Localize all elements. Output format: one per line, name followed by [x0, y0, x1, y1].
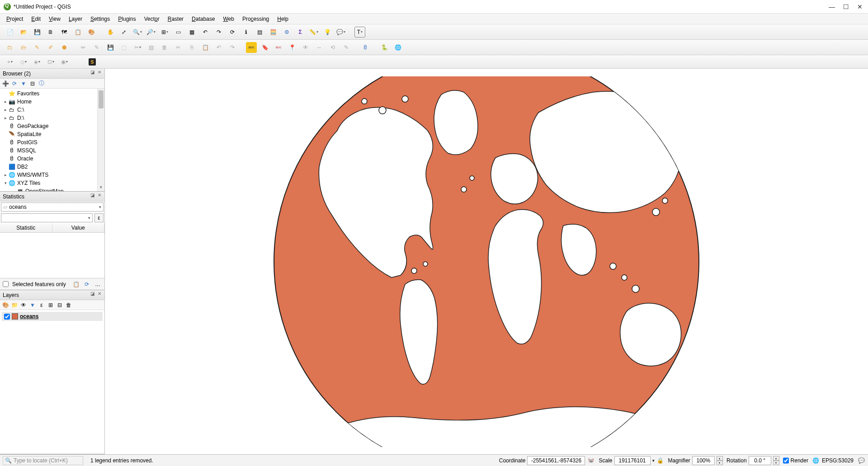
text-annotation-button[interactable]: T [354, 27, 365, 38]
new-project-button[interactable]: 📄 [5, 27, 15, 38]
snap-type-button[interactable]: ◈ [32, 56, 42, 67]
stats-close-icon[interactable]: ✕ [96, 193, 103, 198]
refresh-button[interactable]: ⟳ [227, 27, 238, 38]
browser-item-wmswmts[interactable]: ▸🌐WMS/WMTS [0, 171, 104, 179]
browser-item-openstreetmap[interactable]: ▦OpenStreetMap [0, 187, 104, 191]
browser-item-mssql[interactable]: 🛢MSSQL [0, 146, 104, 155]
measure-button[interactable]: 📏 [308, 27, 319, 38]
stats-col-value[interactable]: Value [52, 223, 105, 232]
stats-refresh-icon[interactable]: ⟳ [83, 280, 91, 288]
pin-label-button[interactable]: 📍 [287, 42, 297, 53]
stats-field-select[interactable]: ▾ [1, 213, 93, 222]
save-project-button[interactable]: 💾 [32, 27, 42, 38]
layers-panel-header[interactable]: Layers ◪✕ [0, 290, 104, 300]
open-project-button[interactable]: 📂 [18, 27, 29, 38]
trash-button[interactable]: 🗑 [159, 42, 170, 53]
magnifier-input[interactable] [692, 456, 715, 465]
scale-dropdown-icon[interactable]: ▾ [652, 458, 655, 463]
browser-tree[interactable]: ⭐Favorites▸📷Home▸🗀C:\▸🗀D:\🛢GeoPackage🪶Sp… [0, 89, 104, 191]
browser-item-home[interactable]: ▸📷Home [0, 98, 104, 106]
menu-plugins[interactable]: Plugins [114, 15, 139, 23]
statistics-panel-header[interactable]: Statistics ◪✕ [0, 192, 104, 202]
extents-toggle-icon[interactable]: 🐭 [587, 457, 595, 465]
layout-manager-button[interactable]: 📋 [72, 27, 83, 38]
crs-field[interactable]: 🌐 EPSG:53029 [812, 457, 854, 465]
layer-add-group-icon[interactable]: 📁 [11, 301, 18, 309]
zoom-selection-button[interactable]: ▭ [173, 27, 184, 38]
snap-layer-button[interactable]: ◇ [18, 56, 29, 67]
stats-options-icon[interactable]: … [94, 280, 102, 288]
coordinate-input[interactable] [527, 456, 585, 465]
layers-tree[interactable]: oceans [0, 310, 104, 454]
maximize-button[interactable]: ☐ [843, 3, 849, 10]
snap-settings-button[interactable]: ⌖ [5, 56, 15, 67]
browser-item-xyz tiles[interactable]: ▾🌐XYZ Tiles [0, 179, 104, 187]
minimize-button[interactable]: — [829, 3, 835, 10]
zoom-full-button[interactable]: ⊞ [159, 27, 170, 38]
browser-close-icon[interactable]: ✕ [96, 70, 103, 75]
browser-collapse-icon[interactable]: ⊟ [29, 80, 36, 87]
layer-oceans-checkbox[interactable] [4, 314, 10, 320]
layer-visibility-icon[interactable]: 👁 [20, 301, 27, 309]
expression-button[interactable]: ε [94, 213, 104, 222]
layers-close-icon[interactable]: ✕ [96, 291, 103, 296]
browser-refresh-icon[interactable]: ⟳ [11, 80, 18, 87]
pan-button[interactable]: ✋ [105, 27, 116, 38]
menu-raster[interactable]: Raster [164, 15, 187, 23]
browser-properties-icon[interactable]: ⓘ [38, 80, 45, 87]
layer-expr-icon[interactable]: ε [38, 301, 45, 309]
stats-sigma-button[interactable]: Σ [295, 27, 306, 38]
menu-layer[interactable]: Layer [65, 15, 86, 23]
menu-edit[interactable]: Edit [28, 15, 44, 23]
layer-style-icon[interactable]: 🎨 [2, 301, 9, 309]
magnifier-down[interactable]: ▾ [717, 461, 723, 465]
delete-selected-button[interactable]: ▤ [146, 42, 156, 53]
browser-item-oracle[interactable]: 🛢Oracle [0, 155, 104, 163]
menu-processing[interactable]: Processing [239, 15, 273, 23]
menu-help[interactable]: Help [274, 15, 292, 23]
zoom-in-button[interactable]: 🔍 [132, 27, 143, 38]
zoom-next-button[interactable]: ↷ [213, 27, 224, 38]
stats-copy-icon[interactable]: 📋 [72, 280, 80, 288]
save-as-button[interactable]: 🗎 [45, 27, 56, 38]
identify-button[interactable]: ℹ [241, 27, 251, 38]
rotation-down[interactable]: ▾ [773, 461, 779, 465]
close-button[interactable]: ✕ [857, 3, 863, 10]
browser-undock-icon[interactable]: ◪ [89, 70, 95, 75]
scale-input[interactable] [614, 456, 651, 465]
zoom-out-button[interactable]: 🔎 [146, 27, 156, 38]
layer-remove-icon[interactable]: 🗑 [65, 301, 72, 309]
menu-vector[interactable]: Vector [141, 15, 163, 23]
script-s-icon[interactable]: S [89, 58, 96, 66]
save-edits-button[interactable]: ✎ [91, 42, 102, 53]
map-canvas[interactable] [105, 69, 868, 454]
plugin-manager-button[interactable]: 🌐 [392, 42, 403, 53]
pan-to-selection-button[interactable]: ⤢ [118, 27, 129, 38]
show-label-button[interactable]: 👁 [300, 42, 311, 53]
rotation-up[interactable]: ▴ [773, 456, 779, 461]
move-feature-button[interactable]: ⬚ [118, 42, 129, 53]
menu-view[interactable]: View [45, 15, 64, 23]
stats-undock-icon[interactable]: ◪ [89, 193, 95, 198]
locator-input[interactable]: 🔍 Type to locate (Ctrl+K) [3, 456, 83, 465]
browser-item-db2[interactable]: 🟦DB2 [0, 163, 104, 171]
label-tool-button[interactable]: abc [273, 42, 284, 53]
db-manager-button[interactable]: 🛢 [360, 42, 371, 53]
stats-layer-select[interactable]: ▱ oceans ▾ [1, 202, 104, 212]
browser-panel-header[interactable]: Browser (2) ◪✕ [0, 69, 104, 79]
new-shapefile-button[interactable]: ✎ [32, 42, 42, 53]
new-print-layout-button[interactable]: 🗺 [59, 27, 70, 38]
cut-button[interactable]: ✂ [173, 42, 184, 53]
snap-tolerance-button[interactable]: ⊡ [45, 56, 56, 67]
menu-settings[interactable]: Settings [87, 15, 113, 23]
menu-web[interactable]: Web [219, 15, 237, 23]
snap-topo-button[interactable]: ◉ [59, 56, 70, 67]
browser-scrollbar[interactable]: ▴ ▾ [97, 89, 104, 191]
rotate-label-button[interactable]: ⟲ [327, 42, 338, 53]
menu-database[interactable]: Database [188, 15, 218, 23]
new-geopackage-button[interactable]: ✐ [45, 42, 56, 53]
python-console-button[interactable]: 🐍 [379, 42, 390, 53]
messages-icon[interactable]: 💬 [857, 457, 865, 465]
paste-button[interactable]: 📋 [200, 42, 211, 53]
browser-filter-icon[interactable]: ▼ [20, 80, 27, 87]
